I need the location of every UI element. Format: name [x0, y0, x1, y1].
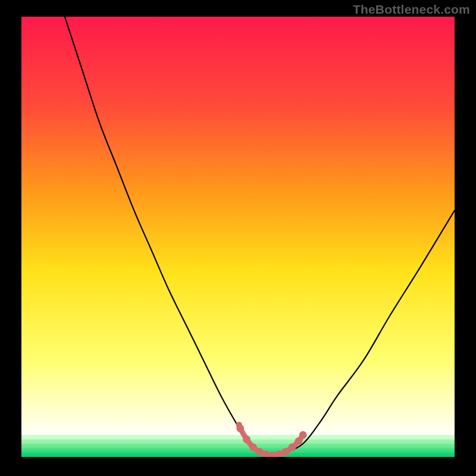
- optimal-region-dot: [236, 425, 244, 433]
- green-band-stripe: [21, 444, 455, 448]
- optimal-region-dot: [282, 448, 290, 456]
- green-band-stripe: [21, 435, 455, 439]
- chart-svg: [21, 17, 455, 457]
- plot-area: [21, 17, 455, 457]
- optimal-region-dot: [299, 431, 307, 439]
- optimal-region-dot: [243, 436, 250, 443]
- watermark-text: TheBottleneck.com: [353, 2, 470, 17]
- optimal-region-dot: [249, 443, 257, 451]
- green-band-stripe: [21, 453, 455, 457]
- green-band-stripe: [21, 439, 455, 443]
- optimal-region-dot: [289, 443, 296, 451]
- chart-frame: TheBottleneck.com: [0, 0, 476, 476]
- optimal-region-dot: [295, 437, 303, 445]
- green-band-stripe: [21, 448, 455, 452]
- optimal-region-dot: [256, 448, 264, 456]
